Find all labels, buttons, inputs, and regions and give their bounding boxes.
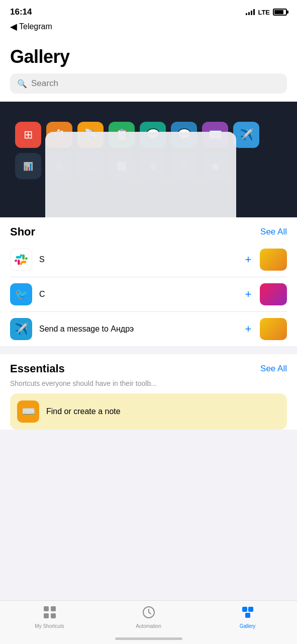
hero-section: ⊞ ⏱ 📡 📋 💬 💬 ✉️ ✈️ 📊 ◎ ⬡ ⬜ ⊞ ◻ ◼ ✓ Added … (0, 102, 297, 217)
svg-rect-2 (44, 613, 49, 618)
tab-my-shortcuts[interactable]: My Shortcuts (0, 606, 99, 629)
shortcuts-section: Shor See All S + 🐦 C (0, 217, 297, 346)
shortcuts-section-header: Shor See All (0, 217, 297, 243)
essentials-title: Essentials (10, 362, 65, 375)
essentials-description: Shortcuts everyone should have in their … (0, 379, 297, 393)
gallery-tab-icon (241, 606, 254, 622)
essentials-section-header: Essentials See All (0, 354, 297, 379)
signal-icon (246, 9, 255, 15)
tab-gallery[interactable]: Gallery (198, 606, 297, 629)
telegram-thumbnail (260, 318, 287, 340)
status-right: LTE (246, 9, 287, 16)
slack-right-extras: + (241, 249, 287, 271)
home-indicator (115, 637, 182, 640)
my-shortcuts-tab-label: My Shortcuts (35, 623, 64, 629)
telegram-app-icon: ✈️ (10, 318, 32, 340)
added-to-shortcuts-overlay: ✓ Added to My Shortcuts (45, 132, 236, 217)
search-bar[interactable]: 🔍 (10, 73, 287, 94)
slack-shortcut-name: S (39, 255, 234, 264)
slack-app-icon (10, 249, 32, 271)
page-title: Gallery (10, 46, 287, 67)
automation-tab-icon (142, 606, 155, 622)
svg-rect-3 (51, 613, 56, 618)
shortcuts-list: S + 🐦 C + ✈️ Send a message to Андрэ (0, 243, 297, 346)
shortcuts-section-title: Shor (10, 225, 35, 238)
telegram-shortcut-name: Send a message to Андрэ (39, 325, 234, 334)
battery-icon (273, 9, 287, 16)
svg-rect-5 (242, 607, 247, 612)
svg-rect-7 (245, 613, 250, 618)
shortcuts-see-all[interactable]: See All (260, 227, 287, 237)
shortcut-item-slack: S + (10, 243, 287, 277)
status-time: 16:14 (10, 7, 32, 17)
telegram-right-extras: + (241, 318, 287, 340)
slack-add-button[interactable]: + (241, 252, 256, 267)
shortcut-item-telegram: ✈️ Send a message to Андрэ + (10, 312, 287, 346)
status-bar: 16:14 LTE (0, 0, 297, 19)
search-input[interactable] (31, 78, 280, 89)
search-icon: 🔍 (17, 79, 27, 89)
telegram-add-button[interactable]: + (241, 321, 256, 337)
twitter-shortcut-name: C (39, 290, 234, 299)
tab-automation[interactable]: Automation (99, 606, 198, 629)
essentials-see-all[interactable]: See All (260, 364, 287, 374)
svg-rect-6 (248, 607, 253, 612)
essentials-card[interactable]: ⌨️ Find or create a note (10, 393, 287, 430)
hero-app-icon-8: ✈️ (233, 122, 259, 148)
back-chevron-icon: ◀ (10, 21, 17, 32)
my-shortcuts-tab-icon (43, 606, 56, 622)
automation-tab-label: Automation (136, 623, 161, 629)
gallery-tab-label: Gallery (240, 623, 256, 629)
twitter-right-extras: + (241, 283, 287, 305)
hero-app-icon-1: ⊞ (15, 122, 41, 148)
twitter-thumbnail (260, 283, 287, 305)
svg-rect-1 (51, 606, 56, 611)
twitter-app-icon: 🐦 (10, 283, 32, 305)
lte-label: LTE (258, 9, 270, 16)
search-container: 🔍 (0, 73, 297, 102)
slack-thumbnail (260, 249, 287, 271)
gallery-title-section: Gallery (0, 36, 297, 73)
essentials-app-icon: ⌨️ (17, 400, 39, 423)
svg-rect-0 (44, 606, 49, 611)
essentials-section: Essentials See All Shortcuts everyone sh… (0, 354, 297, 430)
shortcut-item-twitter: 🐦 C + (10, 277, 287, 312)
hero-small-icon-1: 📊 (15, 153, 41, 179)
essentials-card-name: Find or create a note (46, 407, 280, 416)
nav-back[interactable]: ◀ Telegram (0, 19, 297, 36)
back-label: Telegram (19, 22, 52, 31)
twitter-add-button[interactable]: + (241, 287, 256, 302)
